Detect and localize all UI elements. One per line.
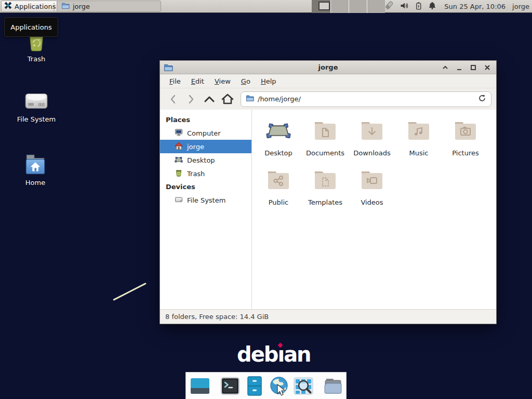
globe-browser-icon (269, 376, 289, 396)
file-label: Desktop (256, 149, 301, 157)
sidebar-item-label: Computer (187, 129, 221, 137)
menu-edit[interactable]: Edit (186, 75, 209, 87)
file-label: Downloads (349, 149, 395, 157)
panel-clock[interactable]: Sun 25 Apr, 10:06 (444, 3, 506, 10)
sidebar-item-trash[interactable]: Trash (160, 167, 251, 180)
forward-button[interactable] (183, 91, 200, 107)
folder-menu-launcher[interactable] (323, 376, 344, 396)
file-label: Templates (302, 198, 348, 206)
folder-menu-icon (323, 376, 344, 396)
up-button[interactable] (201, 91, 218, 107)
applications-menu-label: Applications (15, 3, 56, 10)
sidebar-item-label: Desktop (187, 156, 215, 164)
status-text: 8 folders, Free space: 14.4 GiB (165, 313, 269, 321)
sidebar-item-desktop[interactable]: Desktop (160, 153, 251, 167)
desktop-icon-label: File System (10, 115, 62, 123)
folder-icon (246, 94, 254, 104)
file-label: Music (396, 149, 442, 157)
menu-file[interactable]: File (164, 75, 186, 87)
pictures-folder-icon (453, 118, 478, 143)
file-item-downloads[interactable]: Downloads (349, 118, 395, 167)
file-manager-launcher[interactable] (244, 376, 265, 396)
logo-text: deb (237, 342, 277, 366)
close-button[interactable] (484, 64, 491, 71)
desktop-icon-filesystem[interactable]: File System (10, 87, 62, 123)
applications-menu-button[interactable]: Applications (1, 1, 60, 12)
maximize-button[interactable] (470, 64, 477, 71)
file-item-music[interactable]: Music (396, 118, 442, 167)
file-label: Documents (302, 149, 348, 157)
panel-username[interactable]: jorge (512, 3, 529, 10)
terminal-launcher[interactable] (220, 376, 241, 396)
refresh-icon[interactable] (478, 94, 486, 104)
file-item-pictures[interactable]: Pictures (443, 118, 488, 167)
file-item-public[interactable]: Public (256, 167, 301, 217)
app-finder-launcher[interactable] (293, 376, 314, 396)
sidebar-item-filesystem[interactable]: File System (160, 193, 251, 207)
trash-icon (175, 169, 183, 179)
file-list: Desktop Documents (252, 110, 496, 309)
file-item-desktop[interactable]: Desktop (256, 118, 301, 167)
templates-folder-icon (313, 167, 338, 192)
public-folder-icon (266, 167, 291, 192)
file-item-documents[interactable]: Documents (302, 118, 348, 167)
web-browser-launcher[interactable] (269, 376, 289, 396)
location-bar[interactable]: /home/jorge/ (241, 91, 491, 107)
file-label: Videos (349, 198, 395, 206)
desktop-folder-icon (266, 118, 291, 143)
shade-button[interactable] (442, 64, 449, 71)
window-statusbar: 8 folders, Free space: 14.4 GiB (160, 309, 496, 324)
menu-view[interactable]: View (209, 75, 236, 87)
sidebar-item-computer[interactable]: Computer (160, 126, 251, 140)
file-manager-window: jorge File Edit View Go Help (159, 60, 497, 324)
music-folder-icon (406, 118, 431, 143)
computer-icon (175, 128, 183, 138)
show-desktop-button[interactable] (190, 376, 210, 396)
desktop-icon-home[interactable]: Home (9, 151, 61, 187)
app-finder-icon (293, 376, 314, 396)
back-button[interactable] (165, 91, 181, 107)
hard-drive-icon (10, 87, 62, 114)
sidebar-header-devices: Devices (160, 180, 251, 193)
folder-icon (61, 2, 70, 11)
file-item-videos[interactable]: Videos (349, 167, 395, 217)
peripheral-icon[interactable] (383, 1, 394, 12)
taskbar-window-label: jorge (73, 3, 90, 10)
downloads-folder-icon (360, 118, 384, 143)
home-button[interactable] (219, 91, 236, 107)
workspace-2[interactable] (331, 0, 349, 13)
workspace-switcher[interactable] (312, 0, 385, 13)
menu-help[interactable]: Help (256, 75, 282, 87)
menu-go[interactable]: Go (236, 75, 256, 87)
window-titlebar[interactable]: jorge (160, 61, 496, 74)
desktop-icon-label: Trash (10, 55, 62, 63)
applications-tooltip: Applications (4, 17, 58, 37)
volume-icon[interactable] (400, 2, 409, 11)
sidebar-header-places: Places (160, 113, 251, 126)
minimize-button[interactable] (456, 64, 463, 71)
top-panel: Applications jorge (0, 0, 532, 13)
window-toolbar: /home/jorge/ (160, 88, 496, 110)
file-item-templates[interactable]: Templates (302, 167, 348, 217)
panel-grip-handle[interactable] (52, 2, 56, 13)
desktop-icon-label: Home (9, 179, 61, 187)
window-content: Places Computer (160, 110, 496, 309)
show-desktop-icon (190, 376, 210, 396)
workspace-1[interactable] (312, 0, 331, 13)
sidebar-item-label: File System (187, 196, 225, 204)
sidebar-item-jorge[interactable]: jorge (160, 140, 251, 153)
desktop-icon (175, 155, 183, 165)
xfce-logo-icon (4, 1, 12, 11)
file-cabinet-icon (244, 376, 265, 396)
terminal-icon (220, 376, 241, 396)
workspace-3[interactable] (349, 0, 367, 13)
location-path[interactable]: /home/jorge/ (258, 95, 474, 103)
bottom-dock-panel (185, 372, 347, 399)
notifications-bell-icon[interactable] (428, 2, 436, 11)
battery-charging-icon[interactable] (415, 2, 422, 12)
debian-wordmark: debıan (237, 343, 311, 366)
taskbar-window-button[interactable]: jorge (57, 1, 161, 12)
file-label: Pictures (443, 149, 488, 157)
workspace-4[interactable] (367, 0, 385, 13)
places-sidebar: Places Computer (160, 110, 252, 309)
